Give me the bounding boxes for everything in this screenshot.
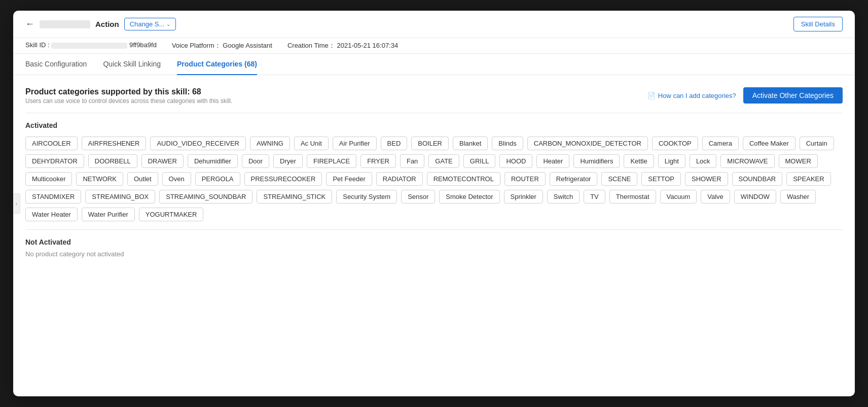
list-item: SETTOP — [641, 172, 681, 186]
list-item: FIREPLACE — [307, 154, 356, 168]
list-item: Water Heater — [25, 208, 78, 221]
list-item: Dehumidifier — [188, 154, 238, 168]
list-item: Dryer — [273, 154, 303, 168]
list-item: STREAMING_BOX — [85, 190, 155, 204]
list-item: PRESSURECOOKER — [244, 172, 322, 186]
voice-platform: Voice Platform： Google Assistant — [172, 41, 272, 50]
list-item: GRILL — [463, 154, 496, 168]
list-item: AUDIO_VIDEO_RECEIVER — [150, 137, 246, 150]
activate-other-categories-button[interactable]: Activate Other Categories — [743, 87, 843, 104]
list-item: MOWER — [779, 154, 818, 168]
list-item: Fan — [400, 154, 424, 168]
list-item: Camera — [702, 137, 739, 150]
list-item: Valve — [701, 190, 730, 204]
list-item: AWNING — [250, 137, 290, 150]
list-item: Blinds — [492, 137, 523, 150]
activated-label: Activated — [25, 121, 843, 129]
list-item: COOKTOP — [652, 137, 698, 150]
list-item: Blanket — [453, 137, 488, 150]
list-item: STREAMING_SOUNDBAR — [159, 190, 252, 204]
list-item: BED — [381, 137, 408, 150]
list-item: PERGOLA — [195, 172, 240, 186]
skill-id-blurred — [51, 43, 127, 49]
list-item: Humidifiers — [573, 154, 620, 168]
divider — [25, 113, 843, 113]
section-title: Product categories supported by this ski… — [25, 87, 232, 96]
activated-tags-container: AIRCOOLERAIRFRESHENERAUDIO_VIDEO_RECEIVE… — [25, 137, 843, 221]
list-item: AIRCOOLER — [25, 137, 78, 150]
list-item: Outlet — [127, 172, 158, 186]
list-item: HOOD — [499, 154, 532, 168]
list-item: Oven — [162, 172, 191, 186]
skill-details-button[interactable]: Skill Details — [793, 17, 843, 31]
list-item: Ac Unit — [294, 137, 329, 150]
list-item: BOILER — [411, 137, 449, 150]
list-item: STANDMIXER — [25, 190, 81, 204]
list-item: Heater — [536, 154, 569, 168]
list-item: Air Purifier — [333, 137, 377, 150]
list-item: DRAWER — [141, 154, 184, 168]
list-item: Coffee Maker — [743, 137, 795, 150]
list-item: TV — [584, 190, 605, 204]
tab-quick-skill-linking[interactable]: Quick Skill Linking — [103, 54, 161, 75]
section-subtitle: Users can use voice to control devices a… — [25, 97, 232, 105]
document-icon: 📄 — [647, 92, 656, 99]
list-item: Washer — [780, 190, 816, 204]
skill-name-blurred — [40, 20, 90, 28]
list-item: Pet Feeder — [326, 172, 372, 186]
header-bar: ← Action Change S... ⌄ Skill Details — [13, 11, 855, 38]
list-item: FRYER — [360, 154, 396, 168]
sidebar-collapse-btn[interactable]: ‹ — [13, 193, 20, 214]
action-label: Action — [95, 20, 119, 28]
list-item: Multicooker — [25, 172, 72, 186]
list-item: AIRFRESHENER — [82, 137, 147, 150]
list-item: SCENE — [601, 172, 637, 186]
list-item: STREAMING_STICK — [257, 190, 332, 204]
list-item: SPEAKER — [786, 172, 830, 186]
list-item: Smoke Detector — [439, 190, 499, 204]
list-item: Security System — [336, 190, 397, 204]
list-item: Curtain — [800, 137, 834, 150]
list-item: Sensor — [401, 190, 435, 204]
back-button[interactable]: ← — [25, 19, 34, 29]
meta-row: Skill ID : 9ff9ba9fd Voice Platform： Goo… — [13, 38, 855, 54]
list-item: YOGURTMAKER — [139, 208, 204, 221]
list-item: Water Purifier — [82, 208, 135, 221]
list-item: GATE — [428, 154, 459, 168]
creation-time: Creation Time： 2021-05-21 16:07:34 — [287, 41, 398, 50]
chevron-down-icon: ⌄ — [166, 21, 170, 27]
divider-2 — [25, 229, 843, 230]
list-item: MICROWAVE — [720, 154, 774, 168]
list-item: SOUNDBAR — [732, 172, 783, 186]
list-item: Sprinkler — [504, 190, 543, 204]
list-item: Door — [242, 154, 269, 168]
list-item: WINDOW — [734, 190, 776, 204]
list-item: REMOTECONTROL — [427, 172, 500, 186]
list-item: Lock — [690, 154, 716, 168]
list-item: NETWORK — [76, 172, 123, 186]
not-activated-text: No product category not activated — [25, 250, 843, 258]
not-activated-label: Not Activated — [25, 238, 843, 246]
main-content: Product categories supported by this ski… — [13, 75, 855, 270]
how-to-add-link[interactable]: 📄 How can I add categories? — [647, 92, 736, 99]
list-item: Kettle — [624, 154, 654, 168]
list-item: Light — [658, 154, 685, 168]
skill-id-label: Skill ID : 9ff9ba9fd — [25, 41, 157, 50]
tab-bar: Basic Configuration Quick Skill Linking … — [13, 54, 855, 75]
list-item: CARBON_MONOXIDE_DETECTOR — [527, 137, 648, 150]
list-item: Vacuum — [660, 190, 697, 204]
list-item: DEHYDRATOR — [25, 154, 84, 168]
list-item: Refrigerator — [550, 172, 598, 186]
list-item: Thermostat — [609, 190, 656, 204]
tab-product-categories[interactable]: Product Categories (68) — [177, 54, 257, 75]
change-status-button[interactable]: Change S... ⌄ — [124, 18, 176, 30]
list-item: SHOWER — [685, 172, 728, 186]
list-item: Switch — [547, 190, 580, 204]
list-item: ROUTER — [504, 172, 546, 186]
list-item: DOORBELL — [88, 154, 137, 168]
list-item: RADIATOR — [376, 172, 423, 186]
tab-basic-configuration[interactable]: Basic Configuration — [25, 54, 87, 75]
